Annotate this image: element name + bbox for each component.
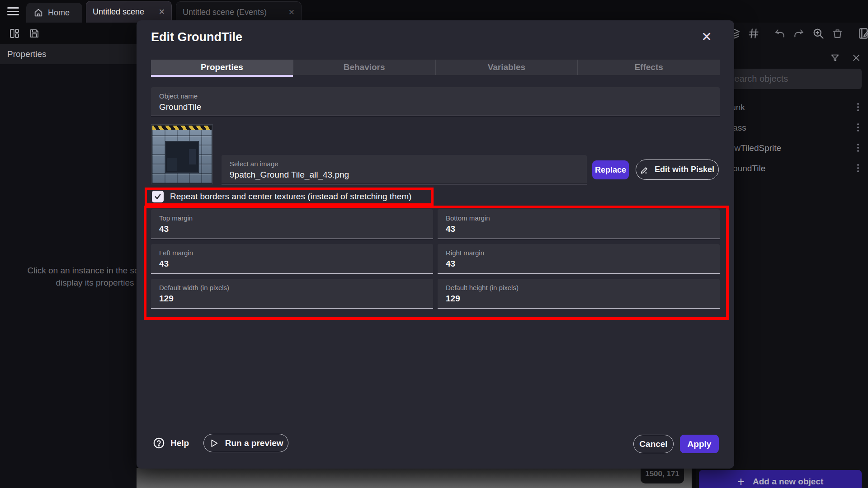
project-manager-icon[interactable] (9, 28, 20, 39)
add-new-object-button[interactable]: + Add a new object (699, 470, 862, 488)
tab-home[interactable]: Home (26, 3, 82, 23)
tab-untitled-scene-events[interactable]: Untitled scene (Events) ✕ (176, 1, 302, 23)
edit-scene-icon[interactable] (858, 27, 868, 40)
kebab-menu-icon[interactable] (857, 144, 859, 145)
undo-icon[interactable] (774, 28, 786, 39)
close-icon[interactable]: ✕ (288, 9, 295, 16)
help-icon (153, 437, 165, 449)
zoom-in-icon[interactable] (812, 27, 825, 40)
play-icon (209, 438, 219, 448)
tab-properties[interactable]: Properties (151, 60, 293, 75)
replace-button[interactable]: Replace (592, 160, 629, 179)
redo-icon[interactable] (793, 28, 805, 39)
repeat-borders-label: Repeat borders and center textures (inst… (170, 192, 411, 202)
home-icon (33, 8, 43, 18)
tab-scene-label: Untitled scene (93, 7, 144, 17)
pencil-icon (640, 165, 649, 174)
edit-with-piskel-button[interactable]: Edit with Piskel (636, 160, 719, 180)
close-icon[interactable]: ✕ (700, 30, 713, 44)
tab-effects[interactable]: Effects (578, 60, 720, 75)
tab-variables[interactable]: Variables (436, 60, 578, 75)
top-bar: Home Untitled scene ✕ Untitled scene (Ev… (0, 0, 868, 23)
left-toolbar (0, 23, 137, 44)
close-panel-icon[interactable] (852, 53, 861, 62)
save-icon[interactable] (29, 28, 40, 39)
select-image-field[interactable]: Select an image 9patch_Ground Tile_all_4… (222, 155, 587, 184)
right-margin-field[interactable]: Right margin 43 (438, 244, 720, 274)
menu-icon[interactable] (7, 7, 19, 15)
search-objects-input[interactable] (721, 74, 862, 84)
kebab-menu-icon[interactable] (857, 123, 859, 125)
margin-fields-grid: Top margin 43 Bottom margin 43 Left marg… (151, 209, 720, 309)
properties-panel-header: Properties (0, 44, 137, 64)
repeat-borders-checkbox[interactable] (152, 191, 164, 202)
run-preview-button[interactable]: Run a preview (203, 434, 288, 452)
search-objects-field (721, 69, 862, 89)
dialog-title: Edit GroundTile (151, 30, 242, 44)
cancel-button[interactable]: Cancel (633, 435, 674, 453)
scene-canvas[interactable] (137, 468, 692, 488)
edit-object-dialog: Edit GroundTile ✕ Properties Behaviors V… (137, 20, 734, 469)
kebab-menu-icon[interactable] (857, 164, 859, 166)
trash-icon[interactable] (832, 28, 843, 39)
plus-icon: + (737, 475, 745, 488)
checkmark-icon (154, 192, 162, 201)
object-name-field[interactable]: Object name GroundTile (151, 87, 720, 116)
bottom-margin-field[interactable]: Bottom margin 43 (438, 209, 720, 239)
hazard-stripe (152, 126, 212, 130)
tab-untitled-scene[interactable]: Untitled scene ✕ (86, 1, 172, 23)
repeat-borders-checkbox-row: Repeat borders and center textures (inst… (152, 190, 411, 203)
active-tab-underline (151, 75, 293, 77)
default-width-field[interactable]: Default width (in pixels) 129 (151, 279, 433, 309)
default-height-field[interactable]: Default height (in pixels) 129 (438, 279, 720, 309)
tab-events-label: Untitled scene (Events) (183, 8, 267, 17)
gdevelop-editor: Home Untitled scene ✕ Untitled scene (Ev… (0, 0, 868, 488)
tab-behaviors[interactable]: Behaviors (293, 60, 436, 75)
object-image-thumbnail[interactable] (151, 124, 213, 184)
help-button[interactable]: Help (153, 437, 189, 449)
properties-panel-body: Click on an instance in the scene to dis… (0, 64, 137, 488)
top-margin-field[interactable]: Top margin 43 (151, 209, 433, 239)
kebab-menu-icon[interactable] (857, 103, 859, 105)
apply-button[interactable]: Apply (680, 435, 719, 453)
grid-icon[interactable] (748, 28, 760, 39)
dialog-tab-bar: Properties Behaviors Variables Effects (151, 60, 720, 75)
left-margin-field[interactable]: Left margin 43 (151, 244, 433, 274)
filter-icon[interactable] (830, 53, 840, 63)
close-icon[interactable]: ✕ (159, 8, 165, 16)
properties-panel-title: Properties (7, 49, 47, 59)
tab-home-label: Home (48, 8, 70, 18)
